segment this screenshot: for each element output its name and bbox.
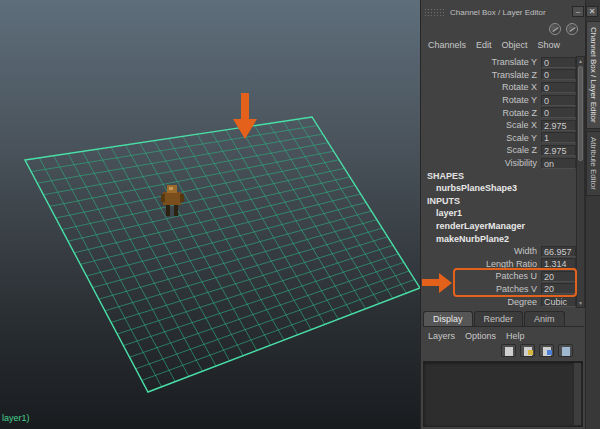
nurbs-plane-grid[interactable]: [0, 0, 420, 429]
window-controls: – ✕: [572, 6, 598, 17]
channel-row-patches-v: Patches V20: [423, 283, 576, 296]
tab-render[interactable]: Render: [474, 311, 524, 326]
node-makenurbplane2[interactable]: makeNurbPlane2: [423, 232, 576, 245]
channel-value-field[interactable]: 0: [541, 107, 576, 118]
close-icon[interactable]: ✕: [586, 6, 598, 17]
channel-label[interactable]: Translate Y: [423, 57, 541, 67]
channel-label[interactable]: Scale Y: [423, 133, 541, 143]
layer-editor-tabs: DisplayRenderAnim: [423, 311, 584, 327]
section-header-shapes: SHAPES: [423, 169, 576, 182]
channel-label[interactable]: Degree: [423, 297, 541, 307]
side-tabs: Channel Box / Layer EditorAttribute Edit…: [586, 21, 600, 196]
channel-row-length-ratio: Length Ratio1.314: [423, 258, 576, 271]
channelbox-menu-edit[interactable]: Edit: [476, 40, 492, 50]
layer-options-icon[interactable]: [558, 344, 573, 357]
node-layer1[interactable]: layer1: [423, 207, 576, 220]
channel-label[interactable]: Scale X: [423, 120, 541, 130]
layer-editor-toolbar: [501, 344, 573, 357]
channel-value-field[interactable]: 2.975: [541, 120, 576, 131]
channel-label[interactable]: Width: [423, 246, 541, 256]
channel-row-translate-y: Translate Y0: [423, 56, 576, 69]
channel-row-degree: DegreeCubic: [423, 295, 576, 308]
channel-row-translate-z: Translate Z0: [423, 69, 576, 82]
create-render-layer-icon[interactable]: [539, 344, 554, 357]
channel-label[interactable]: Rotate Z: [423, 108, 541, 118]
channel-speed-controls: [549, 23, 578, 35]
create-layer-from-selected-icon[interactable]: [520, 344, 535, 357]
channel-value-field[interactable]: 66.957: [541, 246, 576, 257]
channel-row-rotate-z: Rotate Z0: [423, 106, 576, 119]
channel-label[interactable]: Translate Z: [423, 70, 541, 80]
side-tab-attribute-editor[interactable]: Attribute Editor: [586, 131, 600, 196]
annotation-arrow-down: [233, 93, 257, 139]
channel-label[interactable]: Length Ratio: [423, 259, 541, 269]
channel-label[interactable]: Scale Z: [423, 145, 541, 155]
layers-menu-layers[interactable]: Layers: [428, 331, 455, 341]
character-model[interactable]: [161, 185, 184, 216]
channel-box-list: Translate Y0Translate Z0Rotate X0Rotate …: [423, 56, 576, 308]
node-renderlayermanager[interactable]: renderLayerManager: [423, 220, 576, 233]
channel-value-field[interactable]: 0: [541, 82, 576, 93]
panel-title: Channel Box / Layer Editor: [450, 8, 546, 17]
channel-value-field[interactable]: 1.314: [541, 258, 576, 269]
layer-list[interactable]: [423, 361, 583, 427]
channel-row-visibility: Visibilityon: [423, 157, 576, 170]
channel-row-width: Width66.957: [423, 245, 576, 258]
layer-editor-menubar: LayersOptionsHelp: [428, 331, 525, 341]
channel-box-scrollbar[interactable]: ▲ ▼: [576, 56, 585, 308]
channel-value-field[interactable]: 0: [541, 69, 576, 80]
scroll-down-icon[interactable]: ▼: [577, 299, 584, 307]
channelbox-menu-show[interactable]: Show: [538, 40, 561, 50]
channel-label[interactable]: Patches U: [423, 271, 541, 281]
channel-label[interactable]: Patches V: [423, 284, 541, 294]
channel-value-field[interactable]: 2.975: [541, 145, 576, 156]
channel-speed-fast-icon[interactable]: [566, 23, 578, 35]
channel-row-scale-x: Scale X2.975: [423, 119, 576, 132]
scrollbar-thumb[interactable]: [578, 66, 583, 161]
minimize-icon[interactable]: –: [572, 6, 584, 17]
tab-anim[interactable]: Anim: [524, 311, 565, 326]
section-header-inputs: INPUTS: [423, 195, 576, 208]
channel-row-scale-y: Scale Y1: [423, 132, 576, 145]
channel-row-scale-z: Scale Z2.975: [423, 144, 576, 157]
channel-speed-slow-icon[interactable]: [549, 23, 561, 35]
channel-label[interactable]: Rotate X: [423, 82, 541, 92]
channelbox-menu-object[interactable]: Object: [502, 40, 528, 50]
drag-grip-icon[interactable]: [424, 8, 446, 17]
channel-box-panel: Channel Box / Layer Editor ChannelsEditO…: [420, 0, 585, 429]
tab-display[interactable]: Display: [423, 311, 473, 326]
channel-value-field[interactable]: 0: [541, 57, 576, 68]
create-empty-layer-icon[interactable]: [501, 344, 516, 357]
scroll-up-icon[interactable]: ▲: [577, 57, 584, 65]
channel-value-field[interactable]: 20: [541, 283, 576, 294]
channel-box-menubar: ChannelsEditObjectShow: [428, 40, 560, 50]
channel-label[interactable]: Visibility: [423, 158, 541, 168]
layers-menu-options[interactable]: Options: [465, 331, 496, 341]
channel-value-field[interactable]: 20: [541, 271, 576, 282]
side-tab-strip: Channel Box / Layer EditorAttribute Edit…: [585, 0, 600, 429]
side-tab-channel-box-layer-editor[interactable]: Channel Box / Layer Editor: [586, 21, 600, 129]
layer-list-scrollbar[interactable]: [573, 363, 581, 425]
channel-row-rotate-y: Rotate Y0: [423, 94, 576, 107]
channel-row-rotate-x: Rotate X0: [423, 81, 576, 94]
channel-value-field[interactable]: 0: [541, 95, 576, 106]
channel-value-field[interactable]: 1: [541, 132, 576, 143]
viewport-layer-label: layer1): [2, 413, 30, 423]
channel-value-field[interactable]: on: [541, 158, 576, 169]
channelbox-menu-channels[interactable]: Channels: [428, 40, 466, 50]
layers-menu-help[interactable]: Help: [506, 331, 525, 341]
3d-viewport[interactable]: layer1): [0, 0, 420, 429]
channel-row-patches-u: Patches U20: [423, 270, 576, 283]
panel-titlebar[interactable]: Channel Box / Layer Editor: [424, 6, 581, 19]
channel-value-field[interactable]: Cubic: [541, 296, 576, 307]
channel-label[interactable]: Rotate Y: [423, 95, 541, 105]
node-nurbsplaneshape3[interactable]: nurbsPlaneShape3: [423, 182, 576, 195]
